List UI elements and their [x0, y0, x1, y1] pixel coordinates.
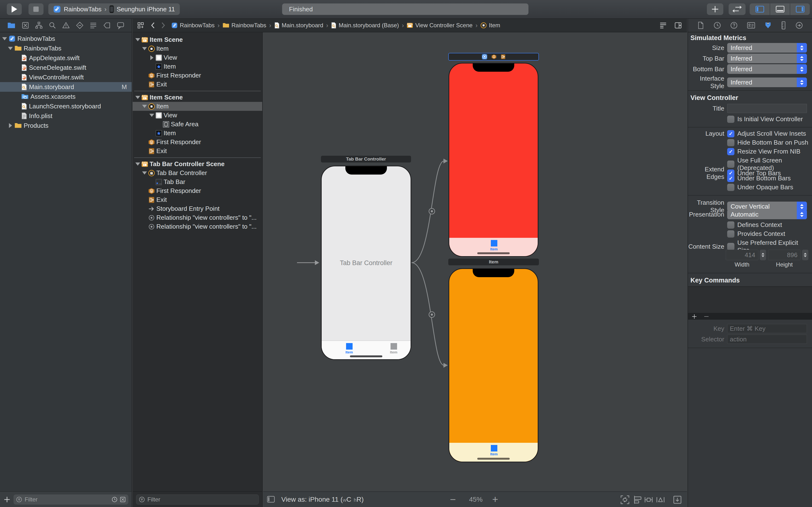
provides-context-checkbox[interactable] — [727, 230, 734, 237]
toggle-debug-area-button[interactable] — [770, 3, 790, 15]
symbol-navigator-tab[interactable] — [35, 21, 43, 29]
storyboard-canvas[interactable]: Tab Bar Controller Tab Bar Controller It… — [263, 32, 687, 491]
library-button[interactable] — [707, 3, 723, 15]
height-field[interactable] — [768, 249, 801, 260]
disclosure-down-icon[interactable] — [142, 171, 147, 175]
navigator-row-file[interactable]: Assets.xcassets — [0, 92, 132, 101]
outline-row-exit[interactable]: Exit — [133, 147, 262, 156]
file-inspector-tab[interactable] — [697, 21, 704, 29]
outline-row-view[interactable]: View — [133, 53, 262, 62]
outline-row-tab-bar-controller[interactable]: Tab Bar Controller — [133, 169, 262, 177]
key-commands-table[interactable] — [688, 286, 812, 314]
zoom-level[interactable]: 45% — [465, 492, 487, 507]
tab-item-selected[interactable]: Item — [342, 343, 357, 354]
filter-input[interactable] — [147, 496, 256, 503]
orange-vc-dock[interactable]: Item — [448, 259, 539, 265]
back-button[interactable] — [151, 22, 155, 29]
view-controller-icon[interactable] — [481, 54, 488, 60]
disclosure-right-icon[interactable] — [150, 55, 153, 60]
first-responder-icon[interactable] — [491, 54, 497, 59]
exit-icon[interactable] — [501, 54, 506, 59]
preferred-size-checkbox[interactable] — [727, 243, 734, 250]
navigator-row-group[interactable]: RainbowTabs — [0, 44, 132, 53]
outline-row-scene[interactable]: Tab Bar Controller Scene — [133, 160, 262, 169]
view-as-label[interactable]: View as: iPhone 11 (wChR) — [281, 492, 364, 507]
outline-row-view[interactable]: View — [133, 111, 262, 120]
embed-in-button[interactable] — [673, 495, 682, 504]
outline-row-tab-item[interactable]: Item — [133, 62, 262, 71]
red-view-controller-phone[interactable]: Item — [449, 63, 539, 257]
bottom-bar-dropdown[interactable]: Inferred — [727, 64, 807, 74]
history-inspector-tab[interactable] — [713, 21, 721, 29]
remove-key-command-button[interactable] — [704, 314, 709, 320]
selector-field[interactable] — [727, 335, 807, 344]
navigator-row-file-selected[interactable]: Main.storyboard M — [0, 82, 132, 92]
device-configuration-icon[interactable] — [267, 496, 275, 503]
tab-bar[interactable]: Item — [449, 443, 538, 462]
tab-item[interactable]: Item — [386, 343, 401, 354]
source-control-navigator-tab[interactable] — [21, 21, 29, 29]
outline-row-exit[interactable]: Exit — [133, 195, 262, 204]
toggle-inspector-button[interactable] — [790, 3, 810, 15]
outline-row-item[interactable]: Item — [133, 44, 262, 53]
tab-bar[interactable]: Item Item — [322, 340, 411, 359]
project-navigator-tab[interactable] — [7, 22, 15, 29]
add-constraints-button[interactable] — [644, 495, 653, 504]
adjust-scroll-insets-checkbox[interactable]: ✓ — [727, 130, 734, 137]
under-bottom-bars-checkbox[interactable]: ✓ — [727, 175, 734, 182]
test-navigator-tab[interactable] — [76, 21, 84, 29]
filter-input[interactable] — [24, 496, 109, 503]
disclosure-down-icon[interactable] — [135, 163, 140, 166]
navigator-row-project[interactable]: RainbowTabs — [0, 34, 132, 44]
size-inspector-tab[interactable] — [781, 21, 786, 30]
width-stepper[interactable] — [760, 249, 766, 260]
tab-bar-controller-dock[interactable]: Tab Bar Controller — [321, 156, 411, 163]
update-frames-button[interactable] — [620, 495, 629, 504]
breadcrumb-project[interactable]: RainbowTabs — [171, 22, 215, 29]
outline-row-tab-item[interactable]: Item — [133, 129, 262, 137]
run-button[interactable] — [7, 3, 22, 15]
breadcrumb-item[interactable]: Item — [480, 22, 500, 29]
orange-view-controller-phone[interactable]: Item — [449, 268, 539, 462]
add-editor-icon[interactable] — [674, 22, 682, 29]
outline-row-first-responder[interactable]: 1 First Responder — [133, 71, 262, 80]
top-bar-dropdown[interactable]: Inferred — [727, 54, 807, 63]
navigator-row-products[interactable]: Products — [0, 121, 132, 130]
tab-bar-controller-phone[interactable]: Tab Bar Controller Item Item — [321, 166, 411, 360]
tab-bar[interactable]: Item — [449, 238, 538, 256]
add-key-command-button[interactable] — [692, 314, 697, 320]
key-field[interactable] — [727, 324, 807, 333]
interface-style-dropdown[interactable]: Inferred — [727, 77, 807, 87]
outline-row-entry-point[interactable]: Storyboard Entry Point — [133, 204, 262, 213]
title-field[interactable] — [727, 104, 807, 113]
report-navigator-tab[interactable] — [117, 21, 124, 29]
navigator-row-file[interactable]: AppDelegate.swift — [0, 53, 132, 63]
outline-filter-field[interactable] — [136, 495, 259, 505]
disclosure-down-icon[interactable] — [2, 37, 7, 40]
hide-bottom-bar-checkbox[interactable] — [727, 139, 734, 146]
toggle-navigator-button[interactable] — [750, 3, 770, 15]
find-navigator-tab[interactable] — [49, 21, 56, 29]
breakpoint-navigator-tab[interactable] — [103, 21, 111, 29]
help-inspector-tab[interactable] — [730, 21, 738, 29]
identity-inspector-tab[interactable] — [747, 22, 755, 29]
disclosure-down-icon[interactable] — [142, 47, 147, 50]
tab-item-selected[interactable]: Item — [487, 445, 501, 456]
resize-view-checkbox[interactable]: ✓ — [727, 148, 734, 155]
disclosure-down-icon[interactable] — [8, 47, 13, 50]
navigator-filter-field[interactable] — [13, 495, 128, 505]
navigator-row-file[interactable]: Info.plist — [0, 111, 132, 121]
breadcrumb-scene[interactable]: View Controller Scene — [407, 22, 472, 29]
breadcrumb-group[interactable]: RainbowTabs — [222, 22, 266, 29]
outline-row-safe-area[interactable]: Safe Area — [133, 120, 262, 129]
disclosure-down-icon[interactable] — [142, 105, 147, 108]
navigator-row-file[interactable]: LaunchScreen.storyboard — [0, 101, 132, 111]
outline-row-scene[interactable]: Item Scene — [133, 35, 262, 44]
outline-row-relationship[interactable]: Relationship "view controllers" to "... — [133, 222, 262, 231]
initial-vc-checkbox[interactable] — [727, 116, 734, 123]
presentation-dropdown[interactable]: Automatic — [727, 210, 807, 219]
related-items-icon[interactable] — [137, 22, 144, 29]
outline-row-first-responder[interactable]: 1 First Responder — [133, 186, 262, 195]
disclosure-down-icon[interactable] — [149, 114, 154, 117]
scheme-selector[interactable]: RainbowTabs › Seunghun iPhone 11 — [48, 3, 180, 15]
